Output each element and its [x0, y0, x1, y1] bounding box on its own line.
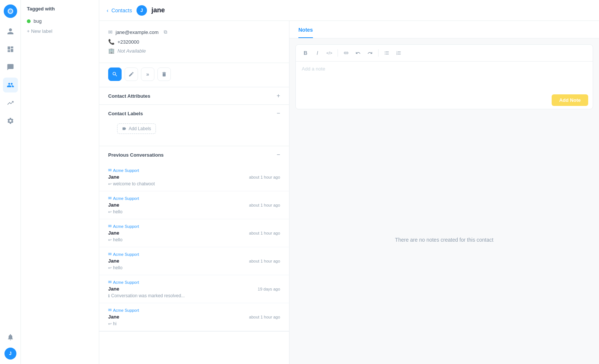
note-placeholder: Add a note [302, 66, 325, 72]
conv-time: about 1 hour ago [249, 231, 280, 235]
nav-dashboard[interactable] [3, 42, 18, 57]
label-item-bug[interactable]: bug [21, 16, 99, 26]
conv-preview-text: hello [113, 265, 122, 270]
conv-time: 19 days ago [258, 287, 280, 291]
empty-notes-message: There are no notes created for this cont… [289, 115, 599, 364]
contact-labels-title: Contact Labels [108, 111, 143, 116]
conv-source-icon: ✉ [108, 224, 112, 229]
link-button[interactable] [341, 48, 351, 58]
new-label-button[interactable]: + New label [21, 26, 99, 36]
conv-row: Jane about 1 hour ago [108, 174, 280, 180]
app-logo[interactable] [4, 4, 17, 18]
conversation-item[interactable]: ✉ Acme Support Jane about 1 hour ago ↩ h… [99, 219, 289, 247]
contact-attributes-toggle[interactable]: + [277, 92, 280, 99]
nav-contacts-list[interactable] [3, 78, 18, 92]
contact-labels-header[interactable]: Contact Labels − [99, 105, 289, 122]
conversation-item[interactable]: ✉ Acme Support Jane about 1 hour ago ↩ h… [99, 191, 289, 219]
label-name-bug: bug [34, 18, 42, 24]
content-split: ✉ jane@example.com ⧉ 📞 +2320000 🏢 Not Av… [99, 21, 599, 364]
contacts-link[interactable]: Contacts [112, 7, 132, 13]
contact-attributes-title: Contact Attributes [108, 93, 150, 99]
contact-name: jane [151, 6, 165, 14]
previous-conversations-toggle[interactable]: − [277, 151, 280, 158]
note-editor-body[interactable]: Add a note [296, 62, 593, 91]
submit-row: Add Note [296, 91, 593, 109]
conv-preview-text: hi [113, 321, 116, 326]
unordered-list-button[interactable] [382, 48, 392, 58]
nav-settings[interactable] [3, 113, 18, 128]
contact-avatar: J [137, 5, 147, 16]
italic-button[interactable]: I [312, 48, 323, 58]
conv-source: ✉ Acme Support [108, 196, 280, 201]
merge-contact-button[interactable]: » [141, 68, 154, 81]
previous-conversations-header[interactable]: Previous Conversations − [99, 146, 289, 163]
left-navigation: J [0, 0, 21, 364]
previous-conversations-title: Previous Conversations [108, 152, 164, 158]
left-panel: ✉ jane@example.com ⧉ 📞 +2320000 🏢 Not Av… [99, 21, 289, 364]
phone-icon: 📞 [108, 39, 115, 45]
email-icon: ✉ [108, 29, 113, 35]
user-avatar[interactable]: J [4, 348, 16, 360]
undo-button[interactable] [353, 48, 363, 58]
conv-preview: ↩ hello [108, 237, 280, 242]
code-button[interactable]: </> [324, 48, 335, 58]
conv-time: about 1 hour ago [249, 259, 280, 263]
conv-preview-icon: ↩ [108, 210, 112, 214]
bold-button[interactable]: B [300, 48, 311, 58]
add-note-button[interactable]: Add Note [552, 94, 588, 106]
edit-contact-button[interactable] [125, 68, 138, 81]
conv-row: Jane about 1 hour ago [108, 230, 280, 236]
contact-labels-toggle[interactable]: − [277, 110, 280, 117]
labels-sidebar: Tagged with bug + New label [21, 0, 99, 364]
conv-contact-name: Jane [108, 230, 119, 236]
conversation-item[interactable]: ✉ Acme Support Jane 19 days ago ℹ Conver… [99, 275, 289, 303]
redo-button[interactable] [365, 48, 375, 58]
conv-preview: ℹ Conversation was marked resolved... [108, 293, 280, 298]
conv-source-name: Acme Support [113, 168, 139, 173]
conv-contact-name: Jane [108, 286, 119, 292]
nav-inbox[interactable] [3, 60, 18, 75]
ordered-list-button[interactable] [393, 48, 404, 58]
conv-contact-name: Jane [108, 202, 119, 208]
notes-tab[interactable]: Notes [298, 21, 313, 38]
company-icon: 🏢 [108, 48, 115, 54]
copy-email-button[interactable]: ⧉ [163, 28, 168, 36]
add-labels-button[interactable]: Add Labels [117, 123, 156, 134]
conv-preview-text: welcome to chatwoot [113, 181, 155, 186]
delete-contact-button[interactable] [157, 68, 171, 81]
conv-source-name: Acme Support [113, 224, 139, 229]
company-value: Not Available [117, 48, 146, 54]
right-panel: Notes B I </> [289, 21, 599, 364]
conversation-item[interactable]: ✉ Acme Support Jane about 1 hour ago ↩ h… [99, 303, 289, 331]
conv-source-icon: ✉ [108, 280, 112, 285]
action-buttons: » [99, 63, 289, 87]
conv-time: about 1 hour ago [249, 175, 280, 179]
labels-header: Tagged with [21, 6, 99, 16]
notes-header: Notes [289, 21, 599, 38]
view-contact-button[interactable] [108, 68, 122, 81]
nav-contacts[interactable] [3, 24, 18, 39]
conv-row: Jane about 1 hour ago [108, 314, 280, 320]
conv-source-icon: ✉ [108, 196, 112, 201]
conv-contact-name: Jane [108, 314, 119, 320]
conv-preview-icon: ↩ [108, 238, 112, 242]
contact-attributes-header[interactable]: Contact Attributes + [99, 87, 289, 104]
toolbar-separator-2 [378, 49, 379, 57]
conv-preview-icon: ↩ [108, 266, 112, 270]
conv-preview-text: hello [113, 237, 122, 242]
top-bar: ‹ Contacts J jane [99, 0, 599, 21]
toolbar-separator-1 [338, 49, 338, 57]
conv-preview-text: Conversation was marked resolved... [111, 293, 185, 298]
conversation-item[interactable]: ✉ Acme Support Jane about 1 hour ago ↩ w… [99, 163, 289, 191]
nav-reports[interactable] [3, 95, 18, 110]
conv-source-icon: ✉ [108, 252, 112, 257]
breadcrumb: ‹ Contacts [107, 7, 132, 13]
label-dot-bug [27, 19, 31, 23]
nav-notifications[interactable] [3, 330, 18, 345]
conv-source-icon: ✉ [108, 168, 112, 173]
conv-source: ✉ Acme Support [108, 308, 280, 313]
conversation-item[interactable]: ✉ Acme Support Jane about 1 hour ago ↩ h… [99, 247, 289, 275]
conv-preview: ↩ hi [108, 321, 280, 326]
conv-preview-text: hello [113, 209, 122, 214]
back-arrow[interactable]: ‹ [107, 7, 109, 13]
